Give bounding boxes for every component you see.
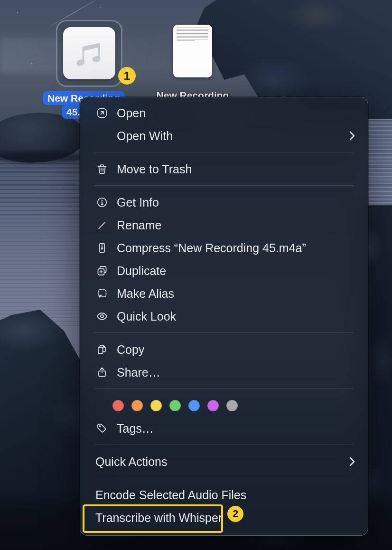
copy-icon <box>96 343 108 356</box>
tag-dot[interactable] <box>131 400 143 411</box>
menu-item-label: Compress “New Recording 45.m4a” <box>117 241 306 255</box>
menu-item-open[interactable]: Open <box>80 102 368 124</box>
menu-divider <box>94 152 354 152</box>
menu-item-label: Duplicate <box>117 264 166 278</box>
menu-item-copy[interactable]: Copy <box>80 338 368 361</box>
text-file-icon[interactable] <box>173 25 212 77</box>
get-info-icon <box>96 196 108 209</box>
menu-item-tags[interactable]: Tags… <box>80 417 368 440</box>
menu-item-label: Open <box>117 106 146 120</box>
tag-dot[interactable] <box>226 400 238 411</box>
open-with-icon-slot <box>96 130 108 142</box>
menu-item-transcribe-with-whisper[interactable]: Transcribe with Whisper <box>80 506 368 529</box>
menu-item-encode-selected-audio-files[interactable]: Encode Selected Audio Files <box>80 484 368 506</box>
quick-look-icon <box>96 310 108 322</box>
menu-item-rename[interactable]: Rename <box>80 214 368 237</box>
menu-item-compress[interactable]: Compress “New Recording 45.m4a” <box>80 237 368 259</box>
menu-item-label: Share… <box>117 366 160 379</box>
menu-item-move-to-trash[interactable]: Move to Trash <box>80 158 368 180</box>
tag-dot[interactable] <box>188 400 200 411</box>
menu-item-label: Transcribe with Whisper <box>95 511 222 525</box>
menu-divider <box>94 478 354 478</box>
music-note-icon <box>71 33 107 73</box>
submenu-chevron-icon <box>349 130 355 142</box>
tag-dot[interactable] <box>112 400 124 411</box>
tag-color-dots <box>80 394 368 417</box>
menu-item-label: Tags… <box>117 422 154 436</box>
desktop: New Recording 45.m4a New Recording Open … <box>0 0 392 550</box>
menu-divider <box>94 185 354 186</box>
text-file-preview-lines <box>177 28 208 40</box>
rename-icon <box>96 219 108 231</box>
menu-item-label: Encode Selected Audio Files <box>95 488 246 502</box>
submenu-chevron-icon <box>349 456 355 467</box>
make-alias-icon <box>96 287 108 300</box>
menu-item-quick-actions[interactable]: Quick Actions <box>80 450 368 473</box>
menu-item-label: Open With <box>117 129 173 143</box>
text-file-preview-lines <box>177 40 195 41</box>
menu-item-make-alias[interactable]: Make Alias <box>80 282 368 305</box>
menu-item-label: Make Alias <box>117 287 174 301</box>
menu-item-label: Copy <box>117 343 144 357</box>
tag-dot[interactable] <box>207 400 219 411</box>
menu-item-label: Quick Actions <box>95 455 167 469</box>
menu-item-duplicate[interactable]: Duplicate <box>80 259 368 282</box>
tag-dot[interactable] <box>150 400 162 411</box>
menu-item-label: Get Info <box>117 196 159 209</box>
menu-item-open-with[interactable]: Open With <box>80 124 368 147</box>
menu-item-label: Quick Look <box>117 310 176 323</box>
compress-icon <box>96 242 108 254</box>
menu-item-label: Rename <box>117 218 162 232</box>
menu-item-label: Move to Trash <box>117 162 192 176</box>
tag-dot[interactable] <box>169 400 181 411</box>
menu-divider <box>94 445 354 445</box>
menu-item-quick-look[interactable]: Quick Look <box>80 305 368 328</box>
share-icon <box>96 366 108 379</box>
tag-icon <box>96 422 108 435</box>
open-icon <box>96 107 108 119</box>
menu-item-get-info[interactable]: Get Info <box>80 191 368 214</box>
menu-divider <box>94 332 354 333</box>
menu-divider <box>94 389 354 389</box>
trash-icon <box>96 163 108 175</box>
audio-file-icon[interactable] <box>63 27 115 79</box>
duplicate-icon <box>96 265 108 277</box>
context-menu: Open Open With Move to Trash <box>80 97 368 536</box>
menu-item-share[interactable]: Share… <box>80 361 368 384</box>
